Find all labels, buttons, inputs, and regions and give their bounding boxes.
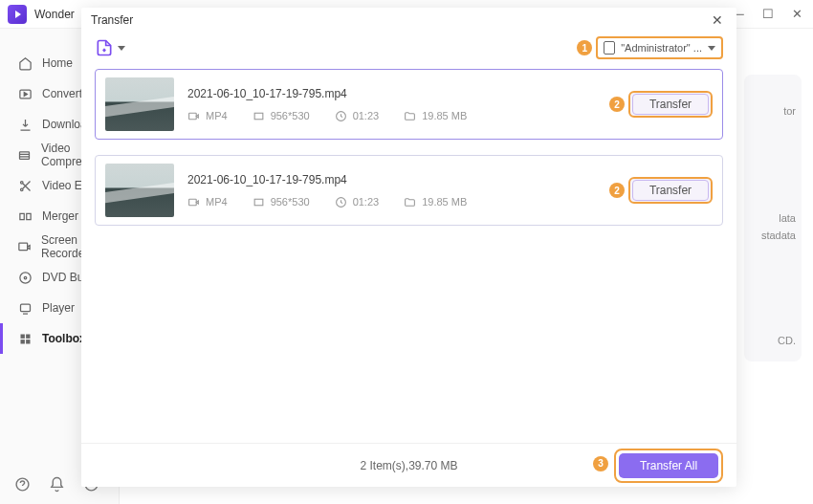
folder-icon — [404, 196, 416, 208]
svg-rect-20 — [254, 199, 263, 206]
transfer-button[interactable]: 2 Transfer — [628, 91, 713, 118]
svg-rect-11 — [26, 334, 30, 338]
chevron-down-icon — [708, 46, 715, 51]
bg-text: CD. — [778, 335, 796, 346]
file-list: 2021-06-10_10-17-19-795.mp4 MP4 956*530 … — [81, 63, 736, 443]
device-selector[interactable]: 1 "Administrator" ... — [596, 36, 723, 59]
player-icon — [17, 300, 33, 316]
svg-rect-17 — [254, 113, 263, 120]
app-name: Wonder — [34, 8, 75, 21]
add-file-icon — [95, 38, 114, 57]
clock-icon — [335, 110, 347, 122]
home-icon — [17, 55, 33, 71]
callout-2: 2 — [609, 97, 625, 112]
callout-2: 2 — [609, 183, 625, 198]
file-resolution: 956*530 — [271, 110, 310, 121]
svg-rect-4 — [19, 213, 23, 219]
file-duration: 01:23 — [353, 196, 380, 208]
dialog-title: Transfer — [91, 13, 133, 27]
maximize-button[interactable]: ☐ — [759, 6, 777, 23]
video-icon — [187, 196, 200, 208]
transfer-dialog: Transfer ✕ 1 "Administrator" ... 2021-06… — [81, 8, 736, 487]
svg-rect-19 — [189, 199, 197, 206]
transfer-label: Transfer — [649, 98, 692, 111]
close-window-button[interactable]: ✕ — [788, 6, 805, 23]
compress-icon — [17, 147, 32, 163]
file-size: 19.85 MB — [422, 110, 467, 121]
svg-rect-1 — [20, 151, 30, 159]
file-format: MP4 — [206, 196, 228, 208]
svg-rect-10 — [20, 334, 24, 338]
transfer-all-wrapper: 3 Transfer All — [614, 449, 723, 483]
chevron-down-icon — [118, 46, 125, 51]
bg-text: tor — [783, 105, 796, 117]
disc-icon — [17, 270, 33, 285]
help-icon[interactable] — [13, 475, 31, 493]
file-name: 2021-06-10_10-17-19-795.mp4 — [187, 173, 615, 186]
file-resolution: 956*530 — [271, 196, 310, 208]
svg-point-7 — [19, 272, 30, 282]
app-logo — [8, 5, 27, 24]
file-card[interactable]: 2021-06-10_10-17-19-795.mp4 MP4 956*530 … — [95, 69, 723, 140]
folder-icon — [404, 110, 416, 122]
svg-point-3 — [20, 188, 23, 191]
file-card[interactable]: 2021-06-10_10-17-19-795.mp4 MP4 956*530 … — [95, 155, 723, 226]
recorder-icon — [17, 239, 32, 254]
add-file-button[interactable] — [95, 38, 125, 57]
svg-rect-6 — [19, 243, 28, 251]
download-icon — [17, 117, 33, 132]
summary-text: 2 Item(s),39.70 MB — [360, 459, 457, 472]
merge-icon — [17, 208, 33, 224]
bell-icon[interactable] — [48, 475, 65, 493]
sidebar-label: Player — [42, 301, 75, 315]
svg-rect-9 — [20, 304, 30, 312]
transfer-label: Transfer — [649, 184, 692, 197]
svg-rect-13 — [26, 340, 30, 343]
device-icon — [604, 41, 615, 55]
callout-3: 3 — [593, 456, 608, 471]
svg-rect-12 — [20, 340, 24, 343]
svg-point-2 — [20, 181, 23, 184]
bg-text: stadata — [761, 230, 796, 241]
sidebar-label: Home — [42, 56, 73, 70]
video-icon — [187, 110, 200, 122]
file-thumbnail — [105, 77, 174, 131]
file-duration: 01:23 — [353, 110, 380, 121]
clock-icon — [335, 196, 347, 208]
resolution-icon — [253, 110, 265, 122]
transfer-all-button[interactable]: Transfer All — [619, 453, 718, 478]
callout-1: 1 — [577, 40, 592, 55]
toolbox-icon — [17, 331, 33, 346]
file-name: 2021-06-10_10-17-19-795.mp4 — [187, 87, 615, 100]
file-format: MP4 — [206, 110, 228, 121]
transfer-button[interactable]: 2 Transfer — [628, 177, 713, 204]
close-dialog-button[interactable]: ✕ — [708, 11, 727, 30]
converter-icon — [17, 86, 33, 101]
scissors-icon — [17, 178, 33, 193]
resolution-icon — [253, 196, 265, 208]
svg-rect-16 — [189, 113, 197, 120]
sidebar-label: Merger — [42, 209, 78, 223]
device-name: "Administrator" ... — [621, 42, 702, 54]
sidebar-label: Toolbox — [42, 332, 86, 345]
bg-text: lata — [779, 212, 796, 224]
file-thumbnail — [105, 164, 174, 217]
svg-rect-5 — [26, 213, 30, 219]
svg-point-8 — [24, 276, 27, 279]
file-size: 19.85 MB — [422, 196, 467, 208]
